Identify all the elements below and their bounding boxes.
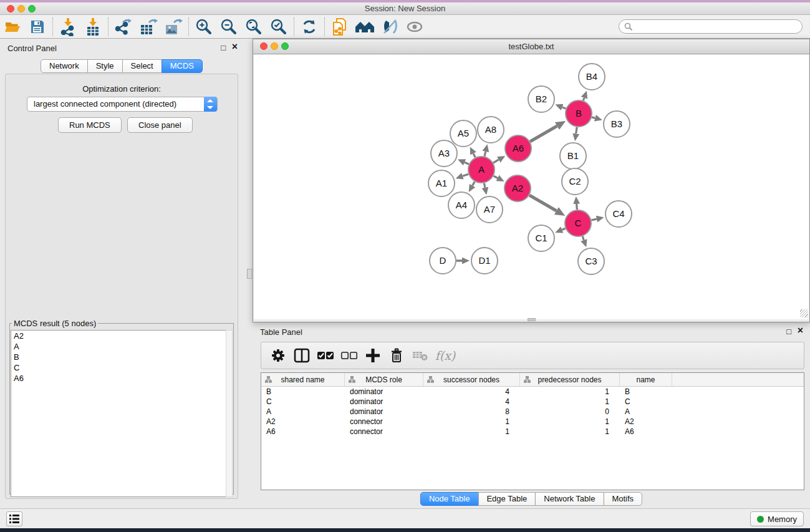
show-columns-icon[interactable]	[290, 346, 314, 365]
graph-edge-A-A4[interactable]	[473, 181, 475, 185]
delete-row-trash-icon[interactable]	[385, 346, 408, 365]
minimize-window-button[interactable]	[17, 5, 25, 12]
graph-node-A5[interactable]: A5	[450, 120, 476, 147]
mcds-list-scrollbar[interactable]	[226, 330, 233, 497]
table-cell[interactable]: A6	[620, 427, 672, 437]
graph-node-A2[interactable]: A2	[504, 175, 531, 201]
graph-node-A4[interactable]: A4	[448, 192, 475, 218]
graph-node-C[interactable]: C	[565, 210, 591, 236]
table-row[interactable]: A6connector11A6	[261, 427, 804, 437]
graph-edge-B-B2[interactable]	[562, 107, 566, 109]
graph-edge-A-A8[interactable]	[485, 152, 486, 157]
mcds-result-item[interactable]: C	[11, 362, 226, 373]
network-graph[interactable]: B4B2BB3B1A5A8A6A3AA1C2A2A4A7CC4C1C3DD1	[254, 55, 809, 319]
table-cell[interactable]: B	[261, 387, 345, 397]
table-cell[interactable]: 4	[423, 387, 520, 397]
import-table-icon[interactable]	[80, 17, 105, 37]
zoom-selected-icon[interactable]	[266, 17, 291, 37]
table-row[interactable]: A2connector11A2	[261, 417, 804, 427]
node-table[interactable]: shared nameMCDS rolesuccessor nodesprede…	[261, 372, 804, 490]
graph-node-B1[interactable]: B1	[560, 143, 586, 169]
table-cell[interactable]: 4	[423, 397, 520, 407]
deselect-all-checkboxes-icon[interactable]	[337, 346, 361, 365]
graph-node-A6[interactable]: A6	[505, 135, 531, 162]
zoom-out-icon[interactable]	[216, 17, 241, 37]
graph-node-C4[interactable]: C4	[605, 201, 632, 227]
zoom-network-window-button[interactable]	[281, 42, 289, 50]
table-row[interactable]: Bdominator41B	[261, 387, 804, 397]
horizontal-scrollbar-thumb[interactable]	[528, 318, 536, 321]
column-header-shared-name[interactable]: shared name	[261, 373, 345, 386]
graph-edge-A2-C[interactable]	[529, 195, 556, 211]
select-all-checkboxes-icon[interactable]	[314, 346, 337, 365]
graph-node-A1[interactable]: A1	[428, 170, 455, 196]
graph-edge-A-A5[interactable]	[473, 153, 475, 157]
graph-node-C3[interactable]: C3	[578, 248, 604, 274]
graph-edge-B-B3[interactable]	[592, 117, 595, 118]
duplicate-network-icon[interactable]	[327, 17, 352, 37]
graph-node-A[interactable]: A	[468, 157, 494, 183]
vertical-scrollbar-thumb[interactable]	[247, 269, 252, 279]
table-cell[interactable]: A	[261, 407, 345, 417]
table-row[interactable]: Cdominator41C	[261, 397, 804, 407]
table-cell[interactable]: 1	[520, 417, 620, 427]
tab-node-table[interactable]: Node Table	[420, 492, 479, 506]
column-header-predecessor-nodes[interactable]: predecessor nodes	[520, 373, 620, 386]
table-settings-gear-icon[interactable]	[266, 346, 290, 365]
graph-edge-C-C1[interactable]	[562, 228, 565, 230]
hide-graphics-details-icon[interactable]	[377, 17, 402, 37]
zoom-in-icon[interactable]	[191, 17, 216, 37]
graph-node-A3[interactable]: A3	[431, 140, 457, 167]
table-cell[interactable]: connector	[345, 417, 423, 427]
table-cell[interactable]: C	[620, 397, 672, 407]
mcds-result-item[interactable]: B	[11, 352, 226, 362]
window-resize-grip[interactable]	[800, 309, 808, 317]
float-panel-icon[interactable]: □	[221, 43, 226, 52]
table-row[interactable]: Adominator80A	[261, 407, 804, 417]
table-cell[interactable]: 1	[423, 417, 520, 427]
tab-network-table[interactable]: Network Table	[535, 492, 604, 506]
table-cell[interactable]: connector	[345, 427, 423, 437]
reset-home-icon[interactable]	[352, 17, 377, 37]
tab-edge-table[interactable]: Edge Table	[478, 492, 536, 506]
tab-motifs[interactable]: Motifs	[603, 492, 642, 506]
mcds-result-list[interactable]: A2ABCA6	[11, 330, 226, 497]
graph-edge-C-C2[interactable]	[577, 204, 577, 210]
mcds-result-item[interactable]: A6	[11, 373, 226, 384]
table-cell[interactable]: 1	[520, 397, 620, 407]
network-window-titlebar[interactable]: testGlobe.txt	[253, 39, 809, 54]
column-header-MCDS-role[interactable]: MCDS role	[345, 373, 423, 386]
table-cell[interactable]: A6	[261, 427, 345, 437]
search-box[interactable]	[619, 19, 803, 34]
table-cell[interactable]: dominator	[345, 397, 423, 407]
close-window-button[interactable]	[7, 5, 14, 12]
table-cell[interactable]: dominator	[345, 407, 423, 417]
export-table-icon[interactable]	[136, 17, 161, 37]
run-mcds-button[interactable]: Run MCDS	[58, 117, 122, 133]
table-cell[interactable]: 1	[423, 427, 520, 437]
column-header-name[interactable]: name	[620, 373, 672, 386]
close-panel-button[interactable]: Close panel	[127, 117, 193, 133]
export-image-icon[interactable]	[161, 17, 186, 37]
refresh-icon[interactable]	[297, 17, 322, 37]
table-cell[interactable]: A	[620, 407, 672, 417]
graph-edge-A-A6[interactable]	[493, 160, 499, 163]
graph-node-B4[interactable]: B4	[579, 64, 605, 90]
tab-network[interactable]: Network	[41, 59, 88, 73]
import-network-icon[interactable]	[55, 17, 80, 37]
table-cell[interactable]: dominator	[345, 387, 423, 397]
table-cell[interactable]: A2	[620, 417, 672, 427]
table-cell[interactable]: A2	[261, 417, 345, 427]
zoom-window-button[interactable]	[28, 5, 36, 12]
add-row-plus-icon[interactable]	[361, 346, 385, 365]
graph-node-B[interactable]: B	[566, 100, 592, 127]
show-panels-button[interactable]	[6, 511, 22, 526]
graph-node-D1[interactable]: D1	[471, 248, 498, 274]
graph-node-B3[interactable]: B3	[604, 111, 630, 137]
graph-edge-B-B1[interactable]	[576, 127, 577, 134]
close-network-window-button[interactable]	[260, 42, 268, 50]
graph-node-B2[interactable]: B2	[528, 86, 554, 112]
zoom-fit-icon[interactable]	[241, 17, 266, 37]
close-panel-icon[interactable]: ×	[798, 326, 803, 336]
graph-edge-B-B4[interactable]	[583, 98, 584, 100]
